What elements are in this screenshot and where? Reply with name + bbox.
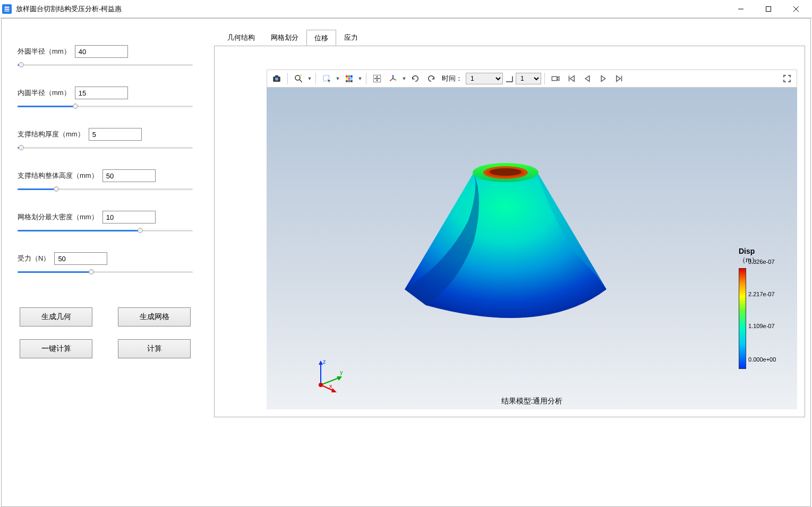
svg-point-34: [490, 168, 522, 176]
param-slider[interactable]: [18, 61, 193, 68]
svg-point-41: [319, 383, 323, 387]
param-label: 内圆半径（mm）: [18, 88, 71, 98]
svg-rect-21: [351, 80, 353, 82]
legend-title: Disp: [739, 247, 787, 255]
select-dropdown[interactable]: ▼: [335, 76, 340, 81]
param-slider[interactable]: [18, 185, 193, 193]
svg-point-8: [275, 78, 278, 81]
svg-rect-14: [348, 75, 351, 78]
viewer-toolbar: ▼ ▼ ▼ ▼: [267, 70, 797, 88]
svg-rect-19: [346, 80, 348, 82]
svg-line-11: [300, 80, 302, 82]
svg-rect-4: [766, 6, 771, 11]
svg-rect-20: [348, 80, 351, 82]
titlebar: 放样圆台切割结构受压分析-柯益惠: [0, 0, 812, 18]
svg-rect-15: [351, 75, 353, 78]
one-click-compute-button[interactable]: 一键计算: [20, 339, 92, 358]
tabs: 几何结构网格划分位移应力: [219, 29, 805, 46]
param-2: 支撑结构厚度（mm）: [18, 128, 193, 151]
rotate-cw-icon[interactable]: [408, 72, 423, 85]
param-slider[interactable]: [18, 227, 193, 234]
svg-text:z: z: [323, 358, 326, 365]
param-label: 受力（N）: [18, 254, 50, 263]
color-cube-icon[interactable]: [341, 72, 356, 85]
svg-rect-17: [348, 78, 351, 80]
minimize-button[interactable]: [727, 1, 755, 17]
svg-line-25: [390, 79, 393, 81]
close-button[interactable]: [782, 1, 810, 17]
param-input[interactable]: [54, 252, 107, 265]
generate-geometry-button[interactable]: 生成几何: [20, 307, 92, 326]
param-3: 支撑结构整体高度（mm）: [18, 169, 193, 193]
main-frame: 外圆半径（mm） 内圆半径（mm） 支撑结构厚度（mm） 支撑结构整体高度（: [1, 18, 811, 507]
window-title: 放样圆台切割结构受压分析-柯益惠: [16, 4, 727, 14]
param-label: 支撑结构厚度（mm）: [18, 130, 84, 139]
generate-mesh-button[interactable]: 生成网格: [118, 307, 191, 326]
param-1: 内圆半径（mm）: [18, 87, 193, 110]
play-icon[interactable]: [596, 72, 611, 85]
zoom-dropdown[interactable]: ▼: [307, 76, 312, 81]
maximize-button[interactable]: [755, 1, 782, 17]
compute-button[interactable]: 计算: [118, 339, 191, 358]
param-input[interactable]: [75, 87, 128, 99]
select-icon[interactable]: [319, 72, 334, 85]
legend-tick: 1.109e-07: [748, 323, 775, 329]
svg-point-10: [295, 75, 300, 80]
time-label: 时间：: [442, 74, 463, 83]
legend-tick: 0.000e+00: [748, 356, 776, 363]
svg-rect-18: [351, 78, 353, 80]
svg-text:y: y: [340, 369, 343, 375]
rotate-ccw-icon[interactable]: [424, 72, 439, 85]
zoom-icon[interactable]: [291, 72, 306, 85]
time-end-icon[interactable]: [504, 72, 515, 85]
param-slider[interactable]: [18, 144, 193, 151]
expand-icon[interactable]: [780, 72, 794, 85]
pan-icon[interactable]: [370, 72, 384, 85]
param-label: 支撑结构整体高度（mm）: [18, 171, 98, 181]
param-4: 网格划分最大密度（mm）: [18, 211, 193, 234]
axes-icon[interactable]: [386, 72, 400, 85]
svg-rect-2: [5, 11, 10, 12]
svg-line-24: [393, 79, 396, 80]
legend-tick: 3.326e-07: [748, 259, 775, 265]
param-0: 外圆半径（mm）: [18, 45, 193, 68]
next-frame-icon[interactable]: [612, 72, 627, 85]
axes-dropdown[interactable]: ▼: [401, 76, 407, 81]
viewer-frame: ▼ ▼ ▼ ▼: [214, 46, 805, 417]
camera-record-icon[interactable]: [548, 72, 563, 85]
prev-frame-icon[interactable]: [580, 72, 595, 85]
app-icon: [2, 4, 12, 14]
time-select[interactable]: 1: [466, 73, 503, 84]
first-frame-icon[interactable]: [564, 72, 579, 85]
svg-rect-0: [5, 6, 10, 7]
param-slider[interactable]: [18, 268, 193, 276]
svg-rect-28: [552, 76, 557, 81]
legend-tick: 2.217e-07: [748, 291, 775, 297]
tab-1[interactable]: 网格划分: [263, 29, 306, 46]
color-dropdown[interactable]: ▼: [357, 76, 363, 81]
svg-rect-13: [346, 75, 348, 78]
svg-rect-16: [346, 78, 348, 80]
color-legend: Disp （m） 3.326e-072.217e-071.109e-070.00…: [739, 247, 787, 369]
param-input[interactable]: [75, 45, 128, 58]
param-input[interactable]: [102, 211, 156, 224]
svg-text:x: x: [329, 383, 332, 389]
orientation-axes: z y x: [309, 357, 346, 394]
result-model-label: 结果模型:通用分析: [501, 397, 563, 406]
tab-2[interactable]: 位移: [306, 30, 336, 46]
model-cone: [394, 157, 617, 348]
param-slider[interactable]: [18, 102, 193, 110]
content-area: 几何结构网格划分位移应力 ▼ ▼ ▼: [209, 19, 810, 506]
tab-3[interactable]: 应力: [336, 29, 366, 46]
param-input[interactable]: [89, 128, 142, 141]
param-label: 网格划分最大密度（mm）: [18, 212, 98, 222]
param-input[interactable]: [102, 169, 156, 182]
svg-rect-9: [275, 75, 278, 77]
screenshot-icon[interactable]: [269, 72, 284, 85]
tab-0[interactable]: 几何结构: [219, 29, 263, 46]
param-label: 外圆半径（mm）: [18, 47, 71, 56]
sidebar: 外圆半径（mm） 内圆半径（mm） 支撑结构厚度（mm） 支撑结构整体高度（: [2, 19, 209, 506]
svg-rect-1: [5, 8, 10, 10]
viewport-3d[interactable]: Disp （m） 3.326e-072.217e-071.109e-070.00…: [267, 88, 797, 409]
frame-select[interactable]: 1: [516, 73, 541, 84]
